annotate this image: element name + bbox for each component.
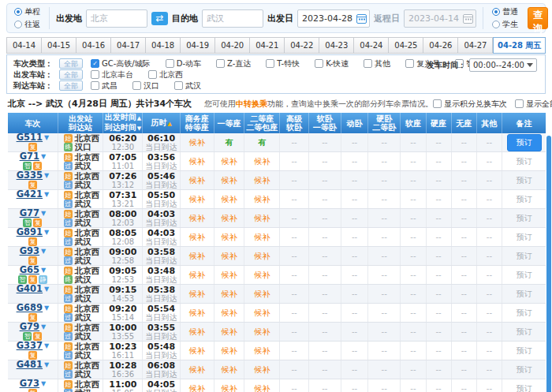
seat-availability-cell[interactable]: 候补 [214,209,244,228]
seat-availability-cell[interactable]: 候补 [180,247,214,266]
seat-availability-cell[interactable]: 候补 [214,304,244,323]
expand-caret-icon[interactable]: ▼ [44,133,49,142]
expand-caret-icon[interactable]: ▼ [41,323,46,331]
column-header[interactable]: 出发时间▲到达时间▼ [103,113,143,133]
one-way-radio[interactable]: 单程 [14,6,40,17]
filter-checkbox[interactable]: D-动车 [166,58,201,69]
train-number-link[interactable]: G71 [20,152,39,161]
seat-availability-cell[interactable]: 候补 [244,266,280,285]
seat-availability-cell[interactable]: 候补 [214,190,244,209]
date-tab[interactable]: 04-24 [354,37,389,54]
seat-availability-cell[interactable]: 候补 [180,228,214,247]
train-number-link[interactable]: G337 [17,342,43,350]
train-number-link[interactable]: G401 [17,285,43,293]
date-tab[interactable]: 04-19 [181,37,215,54]
train-number-link[interactable]: G73 [20,379,39,388]
train-number-link[interactable]: G421 [17,190,43,199]
depart-date-field[interactable] [297,9,370,28]
expand-caret-icon[interactable]: ▼ [44,342,49,350]
seat-availability-cell[interactable]: 候补 [180,152,214,171]
seat-availability-cell[interactable]: 候补 [244,360,280,379]
seat-availability-cell[interactable]: 候补 [214,247,244,266]
seat-availability-cell[interactable]: 候补 [244,190,280,209]
to-input[interactable] [202,9,263,28]
book-button[interactable]: 预订 [507,134,542,151]
filter-checkbox[interactable]: T-特快 [266,58,300,69]
show-all-checkbox[interactable]: 显示全部可预订车次 [515,99,552,110]
date-tab[interactable]: 04-15 [42,37,76,54]
expand-caret-icon[interactable]: ▼ [44,171,49,180]
date-tab[interactable]: 04-14 [6,37,42,54]
filter-checkbox[interactable]: K-快速 [315,58,349,69]
train-number-link[interactable]: G93 [20,247,39,256]
seat-availability-cell[interactable]: 候补 [180,323,214,342]
date-tab[interactable]: 04-25 [389,37,423,54]
expand-caret-icon[interactable]: ▼ [44,190,49,199]
book-link[interactable]: 预订 [517,346,532,355]
expand-caret-icon[interactable]: ▼ [41,379,46,388]
book-link[interactable]: 预订 [517,327,532,336]
seat-availability-cell[interactable]: 候补 [214,379,244,392]
seat-availability-cell[interactable]: 候补 [180,304,214,323]
expand-caret-icon[interactable]: ▼ [44,304,49,312]
train-number-link[interactable]: G891 [17,228,43,237]
train-number-link[interactable]: G689 [17,304,43,312]
book-link[interactable]: 预订 [517,271,532,279]
seat-availability-cell[interactable]: 候补 [244,285,280,304]
seat-availability-cell[interactable]: 候补 [180,360,214,379]
filter-checkbox[interactable]: Z-直达 [216,58,251,69]
expand-caret-icon[interactable]: ▼ [41,152,46,161]
date-tab-active[interactable]: 04-28 周五 [493,37,546,54]
date-tab[interactable]: 04-23 [319,37,354,54]
filter-checkbox[interactable]: 武汉 [174,80,201,91]
date-tab[interactable]: 04-16 [76,37,111,54]
expand-caret-icon[interactable]: ▼ [41,247,46,256]
train-type-all-button[interactable]: 全部 [59,58,83,69]
seat-availability-cell[interactable]: 候补 [244,342,280,360]
seat-availability-cell[interactable]: 候补 [180,379,214,392]
round-trip-radio[interactable]: 往返 [14,19,40,30]
seat-availability-cell[interactable]: 候补 [214,342,244,360]
date-tab[interactable]: 04-18 [146,37,181,54]
seat-availability-cell[interactable]: 候补 [244,247,280,266]
student-passenger-radio[interactable]: 学生 [492,19,518,30]
seat-availability-cell[interactable]: 有 [244,133,280,152]
book-link[interactable]: 预订 [517,214,532,222]
seat-availability-cell[interactable]: 有 [214,133,244,152]
filter-checkbox[interactable]: 其他 [364,58,390,69]
scrollbar-track[interactable] [546,136,551,392]
calendar-icon[interactable] [356,13,367,24]
date-tab[interactable]: 04-17 [111,37,146,54]
seat-availability-cell[interactable]: 候补 [214,360,244,379]
filter-checkbox[interactable]: ✓GC-高铁/城际 [91,58,151,69]
seat-availability-cell[interactable]: 候补 [244,304,280,323]
seat-availability-cell[interactable]: 候补 [214,228,244,247]
seat-availability-cell[interactable]: 候补 [180,266,214,285]
seat-availability-cell[interactable]: 候补 [244,152,280,171]
expand-caret-icon[interactable]: ▼ [41,209,46,218]
to-station-all-button[interactable]: 全部 [59,80,83,91]
normal-passenger-radio[interactable]: 普通 [492,6,518,17]
book-link[interactable]: 预订 [517,252,532,260]
seat-availability-cell[interactable]: 候补 [244,171,280,190]
seat-availability-cell[interactable]: 候补 [214,266,244,285]
seat-availability-cell[interactable]: 候补 [214,285,244,304]
expand-caret-icon[interactable]: ▼ [44,285,49,293]
book-link[interactable]: 预订 [517,365,532,374]
book-link[interactable]: 预订 [517,308,532,317]
expand-caret-icon[interactable]: ▼ [44,228,49,237]
filter-checkbox[interactable]: 北京西 [148,69,183,80]
seat-availability-cell[interactable]: 候补 [244,228,280,247]
expand-caret-icon[interactable]: ▼ [44,360,49,369]
seat-availability-cell[interactable]: 候补 [244,379,280,392]
book-link[interactable]: 预订 [517,289,532,298]
seat-availability-cell[interactable]: 候补 [180,342,214,360]
filter-checkbox[interactable]: 汉口 [132,80,159,91]
filter-checkbox[interactable]: 武昌 [91,80,117,91]
book-link[interactable]: 预订 [517,384,532,392]
book-link[interactable]: 预订 [517,195,532,203]
date-tab[interactable]: 04-26 [423,37,458,54]
search-button[interactable]: 查询 [528,7,548,29]
column-header[interactable]: 历时▲ [143,113,180,133]
seat-availability-cell[interactable]: 候补 [214,171,244,190]
